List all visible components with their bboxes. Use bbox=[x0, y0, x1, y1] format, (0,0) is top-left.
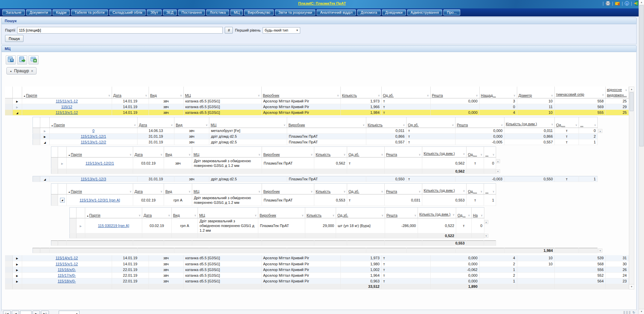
col-header-vydovzh[interactable]: ∨відносне видовжен... bbox=[605, 87, 629, 98]
col-header-od-zb[interactable]: Од.зб.∨ bbox=[336, 208, 385, 218]
col-header-mc[interactable]: МЦ∨ bbox=[198, 208, 258, 218]
header-menu-icon[interactable]: ∨ bbox=[452, 213, 454, 217]
grid-row[interactable]: ▶ 115/13/x/1-12/2/1 03.02.19звч Дріт зва… bbox=[51, 158, 496, 169]
scrollbar-thumb[interactable] bbox=[630, 92, 634, 111]
header-menu-icon[interactable]: ∨ bbox=[343, 190, 345, 193]
col-header-partia[interactable]: ▲Партія∨ bbox=[85, 208, 142, 218]
scrollbar-thumb[interactable] bbox=[639, 5, 644, 146]
mail-icon[interactable] bbox=[615, 1, 620, 6]
header-menu-icon[interactable]: ∨ bbox=[575, 124, 577, 127]
menu-analitychnyi[interactable]: Аналітичний відділ bbox=[317, 9, 356, 15]
header-menu-icon[interactable]: ∨ bbox=[476, 94, 478, 97]
header-menu-icon[interactable]: ∨ bbox=[108, 94, 110, 97]
scroll-down-icon[interactable]: ▼ bbox=[629, 284, 634, 289]
header-menu-icon[interactable]: ∨ bbox=[452, 124, 454, 127]
header-menu-icon[interactable]: ∨ bbox=[501, 124, 503, 127]
menu-zbut[interactable]: Збут bbox=[147, 9, 161, 15]
header-menu-icon[interactable]: ∨ bbox=[206, 124, 208, 127]
header-menu-icon[interactable]: ∨ bbox=[283, 124, 285, 127]
header-menu-icon[interactable]: ∨ bbox=[255, 214, 257, 217]
col-header-od-zb[interactable]: Од.зб.∨ bbox=[347, 147, 385, 158]
grid-row[interactable]: ▶ 115/13/x/1-12/1 31.01.19звч дріт д/омд… bbox=[33, 134, 598, 139]
header-menu-icon[interactable]: ∨ bbox=[414, 214, 416, 217]
header-menu-icon[interactable]: ∨ bbox=[378, 94, 380, 97]
expand-toggle[interactable]: ▶ bbox=[12, 255, 22, 261]
header-menu-icon[interactable]: ∨ bbox=[189, 153, 191, 156]
header-menu-icon[interactable]: ∨ bbox=[134, 124, 136, 127]
scroll-up-icon[interactable]: ▲ bbox=[639, 0, 644, 5]
expand-toggle[interactable]: ▶ bbox=[12, 272, 22, 278]
grid-row[interactable]: ▶ 115/17/x/0- 22.01.19звч катанка d5.5 [… bbox=[5, 272, 629, 278]
col-header-data[interactable]: Дата∨ bbox=[142, 208, 172, 218]
partia-link[interactable]: 115/13/x/1-12/2/1 bbox=[86, 161, 114, 165]
refresh-icon[interactable]: ↻ bbox=[633, 311, 635, 314]
first-level-select[interactable]: будь-який тип ▼ bbox=[263, 27, 300, 34]
header-menu-icon[interactable]: ∨ bbox=[258, 94, 260, 97]
col-header-reshta[interactable]: Решта∨ bbox=[385, 147, 422, 158]
prev-page-button[interactable]: ◀ bbox=[12, 311, 19, 314]
partia-link[interactable]: 115/13/x/1-12/1 bbox=[81, 134, 106, 138]
header-menu-icon[interactable]: ∨ bbox=[311, 190, 313, 193]
header-menu-icon[interactable]: ∨ bbox=[343, 153, 345, 156]
col-header-kilkist-od[interactable]: ∨Кількість (од.вим.) bbox=[418, 208, 456, 218]
header-menu-icon[interactable]: ∨ bbox=[129, 153, 131, 156]
partia-link[interactable]: 115/12 bbox=[61, 105, 72, 109]
header-menu-icon[interactable]: ∨ bbox=[492, 153, 494, 156]
page-number-input[interactable] bbox=[20, 311, 32, 314]
header-menu-icon[interactable]: ∨ bbox=[129, 190, 131, 193]
col-header-od2[interactable]: Од,...∨ bbox=[467, 184, 484, 194]
header-menu-icon[interactable]: ∨ bbox=[468, 214, 470, 217]
col-header-diametr[interactable]: Діаметр∨ bbox=[517, 87, 554, 98]
col-header-kilkist[interactable]: Кількість∨ bbox=[305, 208, 336, 218]
partia-link[interactable]: 115 030219 [грп А] bbox=[98, 224, 129, 228]
page-scrollbar[interactable]: ▲ ▼ bbox=[639, 0, 644, 314]
col-header-od2[interactable]: Од,...∨ bbox=[467, 147, 484, 158]
expand-toggle[interactable]: ▶ bbox=[40, 134, 50, 139]
grid-row[interactable]: ◢ 115/13/x/1-12/2 31.01.19звч дріт д/омд… bbox=[33, 139, 598, 145]
header-menu-icon[interactable]: ∨ bbox=[381, 214, 383, 217]
col-header-kilkist[interactable]: Кількість∨ bbox=[340, 87, 381, 98]
header-menu-icon[interactable]: ∨ bbox=[602, 93, 604, 97]
scroll-up-icon[interactable]: ▲ bbox=[629, 87, 634, 92]
expand-toggle[interactable]: ▶ bbox=[76, 218, 85, 233]
menu-dokumenty[interactable]: Документи bbox=[26, 9, 51, 15]
header-menu-icon[interactable]: ∨ bbox=[194, 214, 196, 217]
hash-button[interactable]: # bbox=[225, 27, 233, 34]
col-header-partia[interactable]: ▲Партія∨ bbox=[67, 184, 133, 194]
col-header-opir[interactable]: ∨тимчасовий опір bbox=[554, 87, 605, 98]
col-header-kilkist[interactable]: Кількість∨ bbox=[314, 147, 347, 158]
menu-zvity[interactable]: Звіти та розрахунки bbox=[275, 9, 316, 15]
nested-scrollbar[interactable]: ▲▼ bbox=[598, 129, 602, 253]
scroll-up-icon[interactable]: ▲ bbox=[484, 220, 488, 224]
header-menu-icon[interactable]: ∨ bbox=[363, 124, 365, 127]
menu-mc[interactable]: МЦ bbox=[230, 9, 243, 15]
header-menu-icon[interactable]: ∨ bbox=[302, 214, 304, 217]
nested-scrollbar[interactable]: ▲▼ bbox=[484, 220, 488, 238]
collapse-toggle-boxed[interactable]: ◢ bbox=[58, 194, 67, 206]
partia-link[interactable]: 115/13/x/1-12 bbox=[56, 110, 78, 115]
grid-row[interactable]: ▶ 115 030219 [грп А] 03.02.19грп А Дріт … bbox=[70, 218, 484, 233]
header-menu-icon[interactable]: ∨ bbox=[403, 124, 405, 127]
header-menu-icon[interactable]: ∨ bbox=[160, 190, 162, 193]
print-icon[interactable] bbox=[605, 1, 610, 6]
last-page-button[interactable]: ▶| bbox=[41, 311, 49, 314]
header-menu-icon[interactable]: ∨ bbox=[480, 190, 482, 193]
expand-toggle[interactable]: ▶ bbox=[12, 98, 22, 104]
col-header-vyd[interactable]: Вид∨ bbox=[174, 117, 209, 128]
col-header-data[interactable]: Дата∨ bbox=[138, 117, 174, 128]
col-header-data[interactable]: Дата∨ bbox=[112, 87, 149, 98]
col-header-nashchad[interactable]: Нащад...∨ bbox=[479, 87, 517, 98]
header-menu-icon[interactable]: ∨ bbox=[492, 190, 494, 193]
col-header-kilkist[interactable]: Кількість∨ bbox=[314, 184, 347, 194]
scroll-down-icon[interactable]: ▼ bbox=[484, 234, 488, 238]
nested-scrollbar[interactable]: ▲▼ bbox=[496, 159, 500, 173]
grid-row[interactable]: ▶ 0 14.06.13звч металобрухт [Fe] 0,011т … bbox=[33, 128, 598, 134]
grid-row[interactable]: ▶ 115/18/x/0- 22.01.19звч катанка d5.5 [… bbox=[5, 278, 629, 284]
grid-row[interactable]: ◢ 115/13/x/1-12/3 31.01.19звч дріт д/омд… bbox=[33, 176, 598, 182]
col-header-vyrobnyk[interactable]: Виробник∨ bbox=[287, 117, 366, 128]
header-menu-icon[interactable]: ∨ bbox=[168, 214, 170, 217]
expand-toggle[interactable]: ▶ bbox=[12, 267, 22, 272]
col-header-kilkist-od[interactable]: ∨Кількість (од.вим.) bbox=[422, 147, 467, 158]
col-header-vyrobnyk[interactable]: Виробник∨ bbox=[262, 147, 314, 158]
grid-row[interactable]: ◢ 115/13/x/1-12/3/1 [грп А] 02.02.19грп … bbox=[51, 194, 496, 206]
